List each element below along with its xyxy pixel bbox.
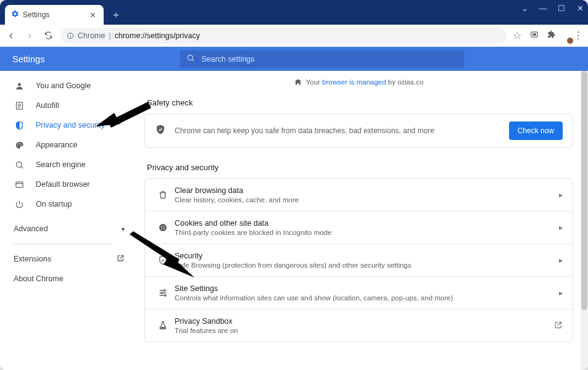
chevron-right-icon: ▸ xyxy=(559,223,563,232)
managed-notice: Your browser is managed by ozias.co xyxy=(144,76,573,94)
svg-rect-13 xyxy=(15,182,22,187)
row-privacy-sandbox[interactable]: Privacy SandboxTrial features are on xyxy=(145,309,573,342)
section-title-privacy: Privacy and security xyxy=(144,159,573,178)
reload-button[interactable] xyxy=(42,31,54,40)
row-clear-browsing-data[interactable]: Clear browsing dataClear history, cookie… xyxy=(145,179,573,211)
kebab-menu[interactable]: ⋮ xyxy=(573,30,583,41)
svg-point-18 xyxy=(164,228,165,229)
svg-point-20 xyxy=(161,292,163,294)
sidebar-item-advanced[interactable]: Advanced ▾ xyxy=(6,219,136,239)
tune-icon xyxy=(155,288,171,298)
sidebar-item-you-and-google[interactable]: You and Google xyxy=(6,76,136,96)
sidebar-item-search-engine[interactable]: Search engine xyxy=(6,155,136,175)
privacy-list-card: Clear browsing dataClear history, cookie… xyxy=(144,178,573,342)
main-content: Your browser is managed by ozias.co Safe… xyxy=(142,71,588,370)
svg-point-12 xyxy=(16,162,22,167)
palette-icon xyxy=(14,141,25,150)
svg-point-6 xyxy=(18,83,21,86)
external-icon xyxy=(117,254,125,264)
settings-header: Settings xyxy=(0,47,588,71)
managed-link[interactable]: browser is managed xyxy=(322,78,386,86)
sidebar-item-appearance[interactable]: Appearance xyxy=(6,135,136,155)
chevron-right-icon: ▸ xyxy=(559,289,563,297)
row-cookies[interactable]: Cookies and other site dataThird-party c… xyxy=(145,211,573,244)
sidebar-item-extensions[interactable]: Extensions xyxy=(6,249,136,269)
close-window-button[interactable]: ✕ xyxy=(576,4,584,13)
safety-card-text: Chrome can help keep you safe from data … xyxy=(175,126,500,135)
chevron-right-icon: ▸ xyxy=(559,191,563,199)
tab-title: Settings xyxy=(23,10,49,19)
sidebar-item-label: Search engine xyxy=(36,160,86,169)
sidebar-item-autofill[interactable]: Autofill xyxy=(6,96,136,115)
page-title: Settings xyxy=(12,54,44,64)
sidebar-item-default-browser[interactable]: Default browser xyxy=(6,175,136,194)
info-icon xyxy=(67,32,74,39)
address-field[interactable]: Chrome | chrome://settings/privacy xyxy=(60,28,507,44)
svg-point-19 xyxy=(164,290,165,292)
power-icon xyxy=(14,200,25,209)
title-bar: Settings ✕ ＋ ⌄ ― ☐ ✕ xyxy=(0,0,588,25)
cookie-icon xyxy=(155,223,171,232)
shield-check-icon xyxy=(155,255,171,265)
svg-point-9 xyxy=(18,142,19,144)
external-icon xyxy=(554,321,563,331)
star-icon[interactable]: ☆ xyxy=(513,30,521,41)
svg-point-11 xyxy=(20,144,22,146)
minimize-button[interactable]: ― xyxy=(539,4,547,13)
svg-point-1 xyxy=(70,34,71,35)
sidebar-item-label: Privacy and security xyxy=(36,121,105,130)
svg-point-15 xyxy=(161,226,162,228)
new-tab-button[interactable]: ＋ xyxy=(107,6,125,23)
back-button[interactable] xyxy=(5,31,17,41)
extensions-icon[interactable] xyxy=(547,30,556,41)
svg-point-5 xyxy=(188,55,193,60)
svg-point-10 xyxy=(20,142,21,144)
building-icon xyxy=(294,78,302,87)
svg-point-21 xyxy=(165,295,167,297)
svg-point-14 xyxy=(159,224,167,231)
window-icon xyxy=(14,180,25,189)
svg-rect-2 xyxy=(70,35,71,37)
close-icon[interactable]: ✕ xyxy=(89,10,96,20)
address-bar: Chrome | chrome://settings/privacy ☆ ⋮ xyxy=(0,25,588,47)
sidebar-item-about-chrome[interactable]: About Chrome xyxy=(6,269,136,289)
sidebar-item-label: Autofill xyxy=(36,101,59,110)
browser-tab-settings[interactable]: Settings ✕ xyxy=(5,5,104,25)
svg-rect-4 xyxy=(532,33,536,36)
check-now-button[interactable]: Check now xyxy=(509,121,563,140)
caret-down-icon[interactable]: ⌄ xyxy=(520,4,529,13)
settings-search[interactable] xyxy=(180,51,464,68)
maximize-button[interactable]: ☐ xyxy=(557,4,566,13)
trash-icon xyxy=(155,190,171,200)
sidebar-item-on-startup[interactable]: On startup xyxy=(6,194,136,214)
shield-verified-icon xyxy=(155,124,166,138)
sidebar-item-label: About Chrome xyxy=(14,274,64,283)
search-icon xyxy=(186,54,195,65)
row-security[interactable]: SecuritySafe Browsing (protection from d… xyxy=(145,244,573,276)
autofill-icon xyxy=(14,101,25,110)
safety-check-card: Chrome can help keep you safe from data … xyxy=(144,113,573,148)
flask-icon xyxy=(155,321,171,331)
section-title-safety: Safety check xyxy=(144,94,573,113)
sidebar-item-label: Advanced xyxy=(14,224,48,233)
search-input[interactable] xyxy=(201,55,458,64)
chevron-down-icon: ▾ xyxy=(122,226,125,232)
sidebar-item-label: On startup xyxy=(36,200,72,208)
svg-point-8 xyxy=(17,144,18,146)
address-protocol: Chrome xyxy=(78,31,105,40)
address-url: chrome://settings/privacy xyxy=(115,31,200,40)
scrollbar[interactable] xyxy=(581,71,588,370)
cast-icon[interactable] xyxy=(530,30,539,41)
forward-button[interactable] xyxy=(23,31,36,41)
sidebar: You and Google Autofill Privacy and secu… xyxy=(0,71,142,370)
sidebar-item-privacy-security[interactable]: Privacy and security xyxy=(6,115,136,135)
magnify-icon xyxy=(14,160,25,170)
sidebar-item-label: You and Google xyxy=(36,81,91,90)
gear-icon xyxy=(11,10,19,20)
divider xyxy=(14,244,112,244)
chevron-right-icon: ▸ xyxy=(559,256,563,265)
sidebar-item-label: Default browser xyxy=(36,180,90,189)
sidebar-item-label: Extensions xyxy=(14,255,51,263)
row-site-settings[interactable]: Site SettingsControls what information s… xyxy=(145,276,573,309)
svg-point-16 xyxy=(164,226,164,226)
